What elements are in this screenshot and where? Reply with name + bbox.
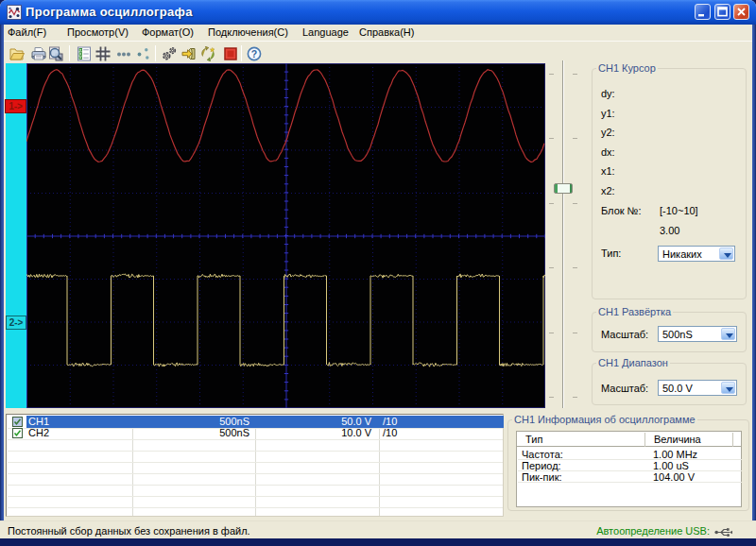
svg-text:?: ?	[251, 48, 257, 60]
